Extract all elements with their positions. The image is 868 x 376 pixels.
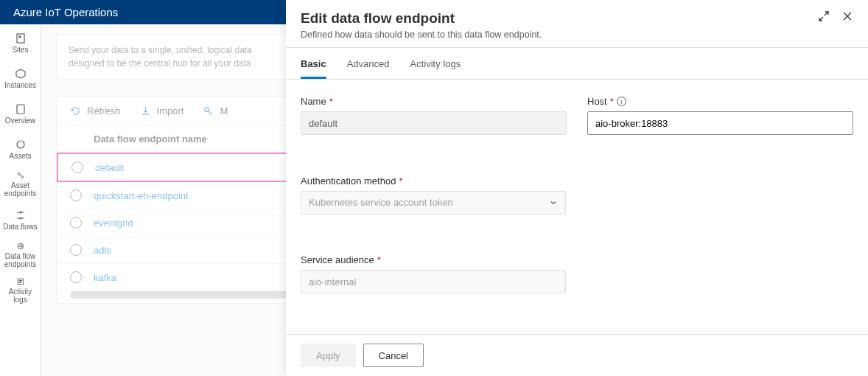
svg-point-6 [20, 212, 21, 213]
sidebar-item-asset-endpoints[interactable]: Asset endpoints [0, 167, 41, 202]
sidebar-item-instances[interactable]: Instances [0, 60, 41, 96]
app-title: Azure IoT Operations [13, 6, 118, 18]
tab-activity-logs[interactable]: Activity logs [410, 58, 461, 79]
sidebar-label: Assets [9, 152, 31, 160]
audience-label: Service audience * [301, 254, 567, 265]
panel-title: Edit data flow endpoint [301, 10, 818, 27]
required-asterisk: * [377, 254, 381, 265]
close-icon[interactable] [841, 10, 853, 22]
panel-subtitle: Defined how data should be sent to this … [301, 29, 818, 40]
svg-rect-0 [17, 34, 24, 43]
panel-header-text: Edit data flow endpoint Defined how data… [301, 10, 818, 40]
info-icon[interactable]: i [617, 97, 626, 106]
auth-select[interactable]: Kubernetes service account token [301, 191, 566, 215]
chevron-down-icon [549, 198, 558, 207]
sidebar-item-assets[interactable]: Assets [0, 131, 41, 167]
sidebar-label: Data flow endpoints [1, 252, 39, 268]
asset-icon [15, 139, 27, 150]
edit-endpoint-panel: Edit data flow endpoint Defined how data… [286, 0, 868, 376]
book-icon [15, 103, 27, 115]
sidebar-label: Instances [4, 81, 36, 89]
tab-basic[interactable]: Basic [301, 58, 326, 79]
sidebar-label: Activity logs [1, 288, 39, 304]
required-asterisk: * [329, 96, 333, 107]
name-input[interactable] [301, 111, 567, 135]
svg-point-4 [18, 173, 20, 175]
host-label: Host * i [587, 96, 853, 107]
required-asterisk: * [399, 175, 402, 187]
form-group-name: Name * [301, 96, 567, 159]
sidebar-item-overview[interactable]: Overview [0, 96, 41, 131]
globe-icon [15, 242, 27, 251]
flow-icon [15, 209, 27, 221]
svg-rect-1 [19, 36, 21, 38]
svg-point-7 [20, 217, 21, 219]
cube-icon [15, 68, 27, 80]
sidebar-label: Sites [12, 46, 28, 54]
sidebar-label: Asset endpoints [1, 181, 39, 198]
endpoint-icon [15, 171, 27, 180]
sidebar-label: Overview [5, 116, 36, 125]
apply-button[interactable]: Apply [301, 344, 356, 367]
sidebar-item-sites[interactable]: Sites [0, 25, 41, 60]
host-input[interactable] [587, 111, 853, 135]
audience-input[interactable] [301, 270, 566, 293]
sidebar-label: Data flows [3, 223, 38, 231]
svg-rect-2 [17, 105, 24, 114]
svg-point-5 [21, 176, 23, 178]
form-group-host: Host * i [587, 96, 853, 159]
panel-header: Edit data flow endpoint Defined how data… [286, 0, 868, 47]
panel-footer: Apply Cancel [286, 334, 868, 376]
log-icon [15, 277, 27, 286]
expand-icon[interactable] [818, 10, 830, 22]
name-label: Name * [301, 96, 567, 107]
building-icon [15, 32, 27, 44]
sidebar: Sites Instances Overview Assets Asset en… [0, 25, 41, 376]
sidebar-item-data-flows[interactable]: Data flows [0, 202, 41, 237]
cancel-button[interactable]: Cancel [363, 344, 424, 367]
svg-point-3 [17, 141, 24, 148]
panel-tabs: Basic Advanced Activity logs [286, 48, 868, 79]
sidebar-item-dataflow-endpoints[interactable]: Data flow endpoints [0, 237, 41, 273]
auth-label: Authentication method * [301, 175, 567, 187]
panel-header-icons [818, 10, 853, 22]
auth-value: Kubernetes service account token [309, 197, 453, 208]
sidebar-item-activity-logs[interactable]: Activity logs [0, 273, 41, 308]
form-group-auth: Authentication method * Kubernetes servi… [301, 175, 567, 239]
tab-advanced[interactable]: Advanced [347, 58, 390, 79]
required-asterisk: * [610, 96, 614, 107]
form-group-audience: Service audience * [301, 254, 567, 318]
endpoint-form: Name * Host * i Authentication method * … [286, 80, 868, 334]
